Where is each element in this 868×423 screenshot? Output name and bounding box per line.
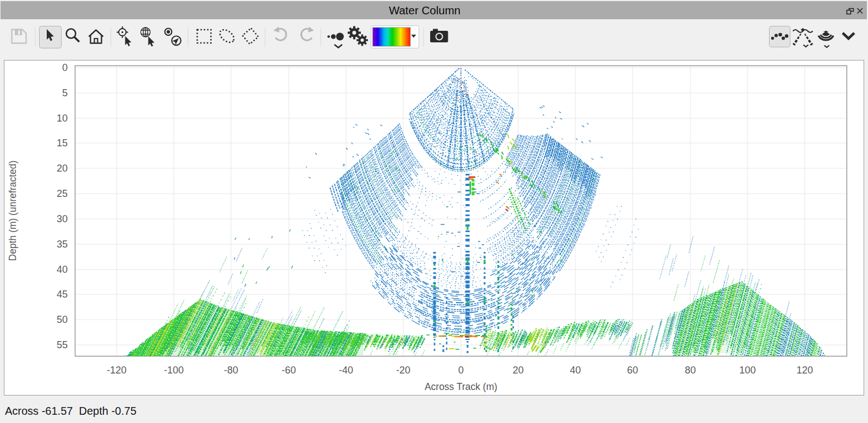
svg-text:55: 55 [57, 339, 68, 350]
svg-text:80: 80 [685, 365, 696, 376]
svg-text:40: 40 [57, 264, 68, 275]
svg-text:-60: -60 [282, 365, 296, 376]
svg-text:35: 35 [57, 239, 68, 250]
svg-text:25: 25 [57, 188, 68, 199]
svg-text:20: 20 [57, 163, 68, 174]
svg-text:10: 10 [57, 113, 68, 124]
svg-text:120: 120 [796, 365, 813, 376]
svg-text:-120: -120 [107, 365, 127, 376]
svg-text:15: 15 [57, 138, 68, 149]
svg-text:Across Track (m): Across Track (m) [425, 381, 497, 392]
svg-text:60: 60 [627, 365, 638, 376]
svg-text:Depth (m) (unrefracted): Depth (m) (unrefracted) [7, 161, 18, 261]
svg-text:0: 0 [62, 62, 68, 73]
svg-text:5: 5 [62, 87, 68, 98]
svg-text:-20: -20 [396, 365, 410, 376]
svg-text:-100: -100 [164, 365, 184, 376]
svg-text:45: 45 [57, 289, 68, 300]
svg-text:50: 50 [57, 314, 68, 325]
svg-text:-40: -40 [339, 365, 353, 376]
svg-text:30: 30 [57, 213, 68, 224]
svg-text:0: 0 [458, 365, 464, 376]
svg-text:20: 20 [513, 365, 524, 376]
svg-text:-80: -80 [224, 365, 238, 376]
svg-text:100: 100 [739, 365, 756, 376]
svg-text:40: 40 [570, 365, 581, 376]
